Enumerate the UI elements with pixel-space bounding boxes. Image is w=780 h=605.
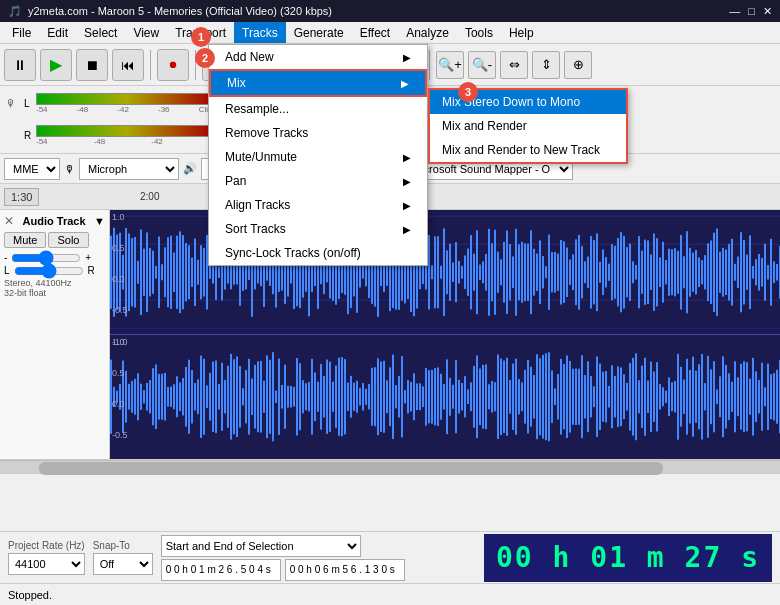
sort-arrow: ▶ (403, 224, 411, 235)
zoom-in-btn[interactable]: 🔍+ (436, 51, 464, 79)
title-text: y2meta.com - Maroon 5 - Memories (Offici… (28, 5, 332, 17)
menu-sort-tracks[interactable]: Sort Tracks ▶ (209, 217, 427, 241)
maximize-btn[interactable]: □ (748, 5, 755, 18)
horizontal-scrollbar[interactable] (0, 460, 780, 474)
gain-plus: + (85, 252, 91, 263)
menu-mute-unmute[interactable]: Mute/Unmute ▶ (209, 145, 427, 169)
meter-r-label: R (24, 130, 32, 141)
menu-effect[interactable]: Effect (352, 22, 398, 43)
mix-render-label: Mix and Render (442, 119, 527, 133)
host-select[interactable]: MME (4, 158, 60, 180)
input-device-select[interactable]: Microph (79, 158, 179, 180)
mute-button[interactable]: Mute (4, 232, 46, 248)
mix-render-new-label: Mix and Render to New Track (442, 143, 600, 157)
menu-remove-tracks[interactable]: Remove Tracks (209, 121, 427, 145)
menu-help[interactable]: Help (501, 22, 542, 43)
pan-slider[interactable] (14, 267, 84, 275)
end-time-value: 0 0 h 0 6 m 5 6 . 1 3 0 s (290, 564, 395, 575)
submenu-mix-render-new[interactable]: Mix and Render to New Track (430, 138, 626, 162)
add-new-label: Add New (225, 50, 274, 64)
stop-button[interactable]: ⏹ (76, 49, 108, 81)
menu-analyze[interactable]: Analyze (398, 22, 457, 43)
end-time-display: 0 0 h 0 6 m 5 6 . 1 3 0 s (285, 559, 405, 581)
selection-type-select[interactable]: Start and End of Selection End of Select… (161, 535, 361, 557)
start-time-value: 0 0 h 0 1 m 2 6 . 5 0 4 s (166, 564, 271, 575)
pause-button[interactable]: ⏸ (4, 49, 36, 81)
skip-back-button[interactable]: ⏮ (112, 49, 144, 81)
menu-mix[interactable]: Mix ▶ (209, 69, 427, 97)
meter-r-scale: -54-48-42-3 (36, 137, 216, 146)
mix-submenu: Mix Stereo Down to Mono Mix and Render M… (428, 88, 628, 164)
minimize-btn[interactable]: — (729, 5, 740, 18)
submenu-mix-render[interactable]: Mix and Render (430, 114, 626, 138)
meter-l-bar (36, 93, 216, 105)
playhead-position: 1:30 (4, 188, 39, 206)
track-close-btn[interactable]: ✕ (4, 214, 14, 228)
app-icon: 🎵 (8, 5, 22, 18)
mix-label: Mix (227, 76, 246, 90)
selection-group: Start and End of Selection End of Select… (161, 535, 476, 581)
track-info: Stereo, 44100Hz 32-bit float (4, 278, 105, 298)
menu-select[interactable]: Select (76, 22, 125, 43)
zoom-out-btn[interactable]: 🔍- (468, 51, 496, 79)
menu-file[interactable]: File (4, 22, 39, 43)
zoom-sel-btn[interactable]: ⊕ (564, 51, 592, 79)
menu-view[interactable]: View (125, 22, 167, 43)
fit-vert-btn[interactable]: ⇕ (532, 51, 560, 79)
mic-icon: 🎙 (64, 163, 75, 175)
track-controls: ✕ Audio Track ▼ Mute Solo - + L R Stereo… (0, 210, 110, 459)
menu-bar: File Edit Select View Transport Tracks G… (0, 22, 780, 44)
status-text: Stopped. (8, 589, 52, 601)
start-time-display: 0 0 h 0 1 m 2 6 . 5 0 4 s (161, 559, 281, 581)
circle-2: 2 (195, 48, 215, 68)
add-new-arrow: ▶ (403, 52, 411, 63)
snap-to-group: Snap-To Off (93, 540, 153, 575)
sep4 (429, 50, 430, 80)
meter-row-left: 🎙 L -54-48-42-36Click (6, 90, 216, 118)
pan-row: L R (4, 265, 105, 276)
pan-arrow: ▶ (403, 176, 411, 187)
play-button[interactable]: ▶ (40, 49, 72, 81)
track-header: ✕ Audio Track ▼ (4, 214, 105, 228)
gain-slider[interactable] (11, 254, 81, 262)
volume-icon: 🔊 (183, 162, 197, 175)
fit-btn[interactable]: ⇔ (500, 51, 528, 79)
project-rate-select[interactable]: 44100 (8, 553, 85, 575)
remove-tracks-label: Remove Tracks (225, 126, 308, 140)
menu-tracks[interactable]: Tracks (234, 22, 286, 43)
solo-button[interactable]: Solo (48, 232, 88, 248)
track-bit-depth: 32-bit float (4, 288, 105, 298)
menu-generate[interactable]: Generate (286, 22, 352, 43)
menu-tools[interactable]: Tools (457, 22, 501, 43)
menu-pan[interactable]: Pan ▶ (209, 169, 427, 193)
menu-resample[interactable]: Resample... (209, 97, 427, 121)
menu-align-tracks[interactable]: Align Tracks ▶ (209, 193, 427, 217)
project-rate-group: Project Rate (Hz) 44100 (8, 540, 85, 575)
gain-minus: - (4, 252, 7, 263)
mix-arrow: ▶ (401, 78, 409, 89)
menu-add-new[interactable]: Add New ▶ (209, 45, 427, 69)
title-bar: 🎵 y2meta.com - Maroon 5 - Memories (Offi… (0, 0, 780, 22)
track-menu-btn[interactable]: ▼ (94, 215, 105, 227)
sort-tracks-label: Sort Tracks (225, 222, 286, 236)
pan-r: R (88, 265, 95, 276)
mute-unmute-label: Mute/Unmute (225, 150, 297, 164)
selection-type-label: Start and End of Selection End of Select… (161, 535, 476, 557)
resample-label: Resample... (225, 102, 289, 116)
align-arrow: ▶ (403, 200, 411, 211)
meter-r-bar (36, 125, 216, 137)
snap-to-select[interactable]: Off (93, 553, 153, 575)
close-btn[interactable]: ✕ (763, 5, 772, 18)
record-button[interactable]: ⏺ (157, 49, 189, 81)
sync-lock-label: Sync-Lock Tracks (on/off) (225, 246, 361, 260)
project-rate-label: Project Rate (Hz) (8, 540, 85, 551)
status-bar: Stopped. (0, 583, 780, 605)
title-controls: — □ ✕ (729, 5, 772, 18)
meter-l-scale: -54-48-42-36Click (36, 105, 216, 114)
snap-to-label: Snap-To (93, 540, 153, 551)
menu-edit[interactable]: Edit (39, 22, 76, 43)
tracks-menu: Add New ▶ Mix ▶ Resample... Remove Track… (208, 44, 428, 266)
menu-sync-lock[interactable]: Sync-Lock Tracks (on/off) (209, 241, 427, 265)
bottom-bar: Project Rate (Hz) 44100 Snap-To Off Star… (0, 531, 780, 583)
circle-3: 3 (458, 82, 478, 102)
